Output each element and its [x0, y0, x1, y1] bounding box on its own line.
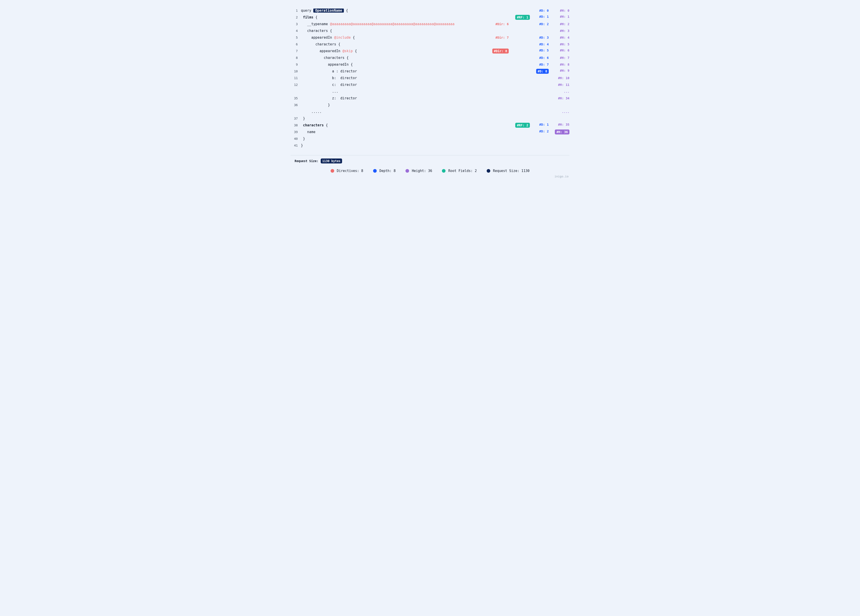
- code-row: 2 films {#RF: 1#D: 1#H: 1: [290, 14, 570, 21]
- metric-depth: #D: 8: [533, 69, 549, 74]
- code-content: }: [301, 103, 481, 107]
- code-content: .....: [301, 110, 481, 114]
- metric-rf-badge: #RF: 2: [515, 123, 530, 128]
- code-row: 36 }: [290, 102, 570, 108]
- metric-dir: [491, 83, 509, 86]
- metrics-cells: #Dir: 7#D: 3#H: 4: [484, 36, 570, 39]
- metric-rf: [512, 9, 530, 13]
- code-content: __typename @aaaaaaaaa@aaaaaaaaa@aaaaaaaa…: [301, 22, 481, 26]
- metrics-cells: #D: 7#H: 8: [484, 63, 570, 66]
- metric-rf: [512, 29, 530, 33]
- legend-directives: Directives: 8: [331, 169, 363, 173]
- metric-depth: [533, 90, 549, 93]
- legend-height: Height: 36: [405, 169, 432, 173]
- metrics-cells: #H: 11: [484, 83, 570, 86]
- metrics-cells: ...: [484, 90, 570, 93]
- metrics-cells: #D: 4#H: 5: [484, 42, 570, 46]
- metric-dir: [491, 9, 509, 13]
- metric-rf: #RF: 1: [512, 15, 530, 20]
- metric-rf: #RF: 2: [512, 123, 530, 128]
- code-content: appearedIn @include {: [301, 36, 481, 39]
- metric-depth: #D: 1: [533, 123, 549, 128]
- legend-depth: Depth: 8: [373, 169, 395, 173]
- metrics-cells: #D: 0#H: 0: [484, 9, 570, 13]
- metric-dir: #Dir: 6: [491, 22, 509, 26]
- metric-depth: #D: 0: [533, 9, 549, 13]
- request-size-line: Request Size: 1130 bytes: [295, 158, 570, 163]
- legend-root-fields: Root Fields: 2: [442, 169, 477, 173]
- metric-rf: [512, 130, 530, 135]
- code-content: films {: [301, 15, 481, 19]
- dot-icon: [486, 169, 490, 172]
- metric-depth-badge: #D: 8: [536, 69, 549, 74]
- code-content: appearedIn {: [301, 63, 481, 67]
- metric-depth: #D: 1: [533, 15, 549, 20]
- metric-depth: #D: 4: [533, 42, 549, 46]
- metric-depth: #D: 2: [533, 22, 549, 26]
- code-content: }: [301, 143, 481, 147]
- metric-depth: [533, 83, 549, 86]
- code-row: 37 }: [290, 115, 570, 122]
- code-row: ......: [290, 88, 570, 95]
- metric-depth: [533, 96, 549, 100]
- line-number: 5: [290, 36, 298, 39]
- metrics-cells: #H: 10: [484, 76, 570, 80]
- code-row: 7 appearedIn @skip {#Dir: 8#D: 5#H: 6: [290, 48, 570, 55]
- legend-label: Root Fields: 2: [448, 169, 477, 173]
- metric-rf: [512, 90, 530, 93]
- metric-dir: #Dir: 7: [491, 36, 509, 39]
- metric-height: #H: 6: [552, 49, 570, 53]
- line-number: 8: [290, 56, 298, 60]
- brand-footer: inigo.io: [290, 175, 570, 178]
- dot-icon: [442, 169, 446, 172]
- code-content: characters {: [301, 123, 481, 127]
- code-row: 4 characters {#H: 3: [290, 27, 570, 34]
- dot-icon: [331, 169, 334, 172]
- line-number: 38: [290, 124, 298, 127]
- code-row: 9 appearedIn {#D: 7#H: 8: [290, 61, 570, 68]
- metrics-cells: #D: 2#H: 36: [484, 130, 570, 135]
- line-number: 10: [290, 69, 298, 73]
- metric-dir: [491, 29, 509, 33]
- metrics-cells: #H: 34: [484, 96, 570, 100]
- metric-height: #H: 4: [552, 36, 570, 39]
- code-content: characters {: [301, 42, 481, 46]
- metrics-cells: #Dir: 8#D: 5#H: 6: [484, 49, 570, 53]
- legend-label: Depth: 8: [380, 169, 395, 173]
- code-row: 6 characters {#D: 4#H: 5: [290, 41, 570, 48]
- line-number: 12: [290, 83, 298, 86]
- metric-rf-badge: #RF: 1: [515, 15, 530, 20]
- dot-icon: [373, 169, 377, 172]
- code-row: 35 z: director#H: 34: [290, 95, 570, 102]
- line-number: 40: [290, 137, 298, 141]
- metric-rf: [512, 83, 530, 86]
- metric-rf: [512, 76, 530, 80]
- metric-depth: [533, 110, 549, 113]
- metric-depth: [533, 29, 549, 33]
- metric-height: #H: 11: [552, 83, 570, 86]
- code-row: 41}: [290, 142, 570, 149]
- code-row: 8 characters {#D: 6#H: 7: [290, 55, 570, 61]
- metric-depth: #D: 6: [533, 56, 549, 60]
- metric-height: ...: [552, 90, 570, 93]
- metric-dir: #Dir: 8: [491, 49, 509, 53]
- legend-label: Request Size: 1130: [493, 169, 530, 173]
- request-size-label: Request Size:: [295, 159, 319, 163]
- metrics-cells: #Dir: 6#D: 2#H: 2: [484, 22, 570, 26]
- code-row: 11 b: director#H: 10: [290, 75, 570, 82]
- code-content: c: director: [301, 83, 481, 87]
- metric-rf: [512, 69, 530, 74]
- line-number: 11: [290, 76, 298, 80]
- line-number: 39: [290, 130, 298, 134]
- line-number: 2: [290, 16, 298, 19]
- code-content: name: [301, 130, 481, 134]
- metric-rf: [512, 110, 530, 113]
- line-number: 3: [290, 22, 298, 26]
- metric-depth: #D: 5: [533, 49, 549, 53]
- line-number: 9: [290, 63, 298, 66]
- metric-height: #H: 9: [552, 69, 570, 74]
- metric-depth: #D: 2: [533, 130, 549, 135]
- code-content: ...: [301, 89, 481, 94]
- legend: Directives: 8 Depth: 8 Height: 36 Root F…: [290, 169, 570, 173]
- code-row: 40 }: [290, 135, 570, 142]
